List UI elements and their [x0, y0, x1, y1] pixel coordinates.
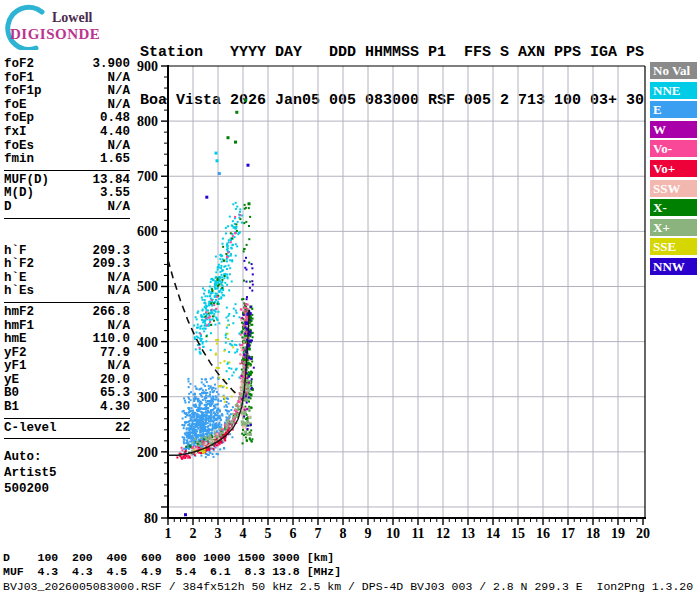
y-tick-label: 500	[137, 279, 158, 294]
x-tick-label: 20	[636, 526, 650, 541]
y-tick-label: 900	[137, 59, 158, 74]
legend-item-vo+: Vo+	[650, 160, 697, 177]
x-tick-label: 6	[290, 526, 297, 541]
x-tick-label: 18	[586, 526, 600, 541]
x-tick-label: 19	[611, 526, 625, 541]
status-line: BVJ03_2026005083000.RSF / 384fx512h 50 k…	[3, 580, 693, 593]
legend-item-vo-: Vo-	[650, 140, 697, 157]
x-tick-label: 7	[315, 526, 322, 541]
x-tick-label: 10	[386, 526, 400, 541]
legend-item-x-: X-	[650, 199, 697, 216]
legend-item-sse: SSE	[650, 238, 697, 255]
ionogram-plot: 1234567891011121314151617181920900800700…	[0, 0, 700, 600]
y-tick-label: 200	[137, 445, 158, 460]
x-tick-label: 1	[165, 526, 172, 541]
legend-item-nnw: NNW	[650, 258, 697, 275]
x-tick-label: 15	[511, 526, 525, 541]
x-tick-label: 11	[411, 526, 424, 541]
y-tick-label: 800	[137, 114, 158, 129]
x-tick-label: 13	[461, 526, 475, 541]
x-tick-label: 14	[486, 526, 500, 541]
x-tick-label: 5	[265, 526, 272, 541]
muf-row: MUF 4.3 4.3 4.5 4.9 5.4 6.1 8.3 13.8 [MH…	[3, 565, 341, 578]
x-tick-label: 16	[536, 526, 550, 541]
x-tick-label: 17	[561, 526, 575, 541]
x-tick-label: 4	[240, 526, 247, 541]
x-tick-label: 2	[190, 526, 197, 541]
legend-item-x+: X+	[650, 219, 697, 236]
legend-item-e: E	[650, 101, 697, 118]
ionogram-screen: Lowell DIGISONDE Station YYYY DAY DDD HH…	[0, 0, 700, 600]
y-tick-label: 400	[137, 335, 158, 350]
legend-item-no-val: No Val	[650, 62, 697, 79]
legend-item-w: W	[650, 121, 697, 138]
x-tick-label: 8	[340, 526, 347, 541]
legend-item-ssw: SSW	[650, 180, 697, 197]
distance-row: D 100 200 400 600 800 1000 1500 3000 [km…	[3, 551, 334, 564]
y-tick-label: 80	[144, 511, 158, 526]
legend-item-nne: NNE	[650, 82, 697, 99]
x-tick-label: 12	[436, 526, 450, 541]
x-tick-label: 3	[215, 526, 222, 541]
y-tick-label: 600	[137, 224, 158, 239]
y-tick-label: 700	[137, 169, 158, 184]
direction-legend: No ValNNEEWVo-Vo+SSWX-X+SSENNW	[650, 62, 697, 278]
y-tick-label: 300	[137, 390, 158, 405]
x-tick-label: 9	[365, 526, 372, 541]
